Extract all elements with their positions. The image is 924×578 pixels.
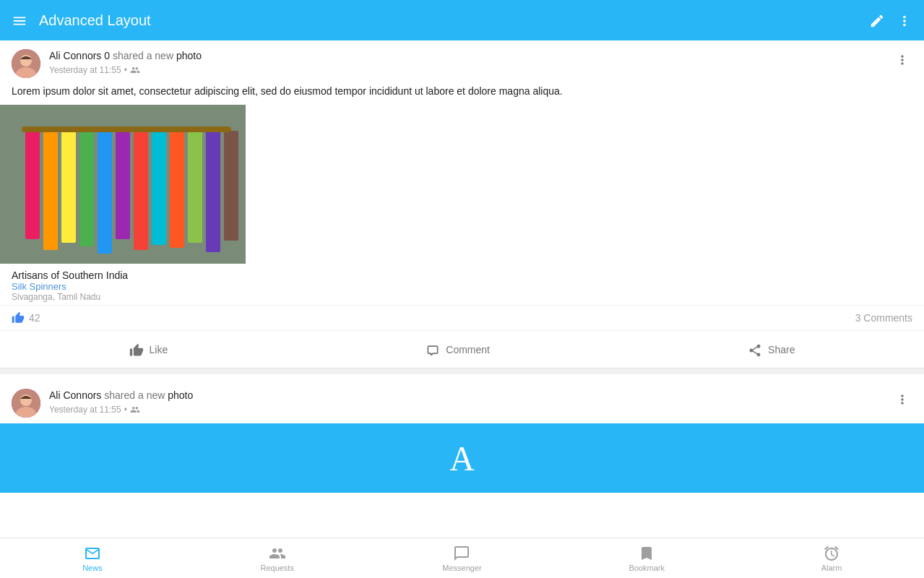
silk-strand-2 [43,131,58,250]
post-meta-1: Ali Connors 0 shared a new photo Yesterd… [49,49,892,75]
post-photo-link-2: photo [168,389,193,401]
likes-section: 42 [12,311,40,324]
post-header-2: Ali Connors shared a new photo Yesterday… [0,380,924,423]
avatar-1 [12,49,40,78]
comment-action-icon [426,341,440,358]
silk-image [0,105,246,264]
silk-strand-7 [134,131,148,250]
nav-label-requests: Requests [260,564,293,572]
app-bar-title: Advanced Layout [39,12,858,29]
silk-strand-12 [224,131,238,241]
silk-strand-3 [61,131,76,243]
post-action-2: shared a new [104,389,168,401]
post-meta-2: Ali Connors shared a new photo Yesterday… [49,389,892,415]
nav-label-bookmark: Bookmark [629,564,665,572]
silk-strand-10 [188,131,202,243]
comment-label: Comment [446,344,490,355]
post-photo-link-1: photo [176,50,202,61]
post-actions-1: Like Comment Share [0,330,924,368]
silk-strand-6 [116,131,130,239]
silk-strand-11 [206,131,220,252]
likes-count-text: 42 [29,312,40,324]
app-bar: Advanced Layout [0,0,924,40]
caption-location-1: Sivaganga, Tamil Nadu [12,292,912,302]
overflow-menu-icon[interactable] [897,11,912,30]
post-author-line-1: Ali Connors 0 shared a new photo [49,49,892,64]
silk-strand-8 [152,131,166,245]
nav-item-alarm[interactable]: Alarm [739,538,924,578]
share-label: Share [768,344,795,355]
avatar-image-2 [12,389,40,418]
silk-strand-9 [170,131,184,248]
caption-title-1: Artisans of Southern India [12,269,912,281]
silk-strand-5 [98,131,112,254]
post-action-1: shared a new [113,50,176,61]
post-card-2: Ali Connors shared a new photo Yesterday… [0,380,924,493]
bottom-nav: News Requests Messenger Bookmark Alarm [0,538,924,578]
silk-rod [22,126,231,132]
nav-label-messenger: Messenger [442,564,481,572]
like-icon [12,311,25,324]
news-icon [84,545,101,562]
like-label: Like [150,344,168,355]
comments-count: 3 Comments [855,312,912,324]
alarm-icon [823,545,840,562]
nav-item-messenger[interactable]: Messenger [370,538,555,578]
post-card-1: Ali Connors 0 shared a new photo Yesterd… [0,40,924,368]
post-caption-1: Artisans of Southern India Silk Spinners… [0,264,924,305]
post-header-1: Ali Connors 0 shared a new photo Yesterd… [0,40,924,84]
nav-item-requests[interactable]: Requests [185,538,370,578]
post-author-name-1: Ali Connors 0 [49,50,110,61]
post-more-btn-2[interactable] [892,389,912,410]
post-image-1[interactable] [0,105,924,264]
post-body-text-1: Lorem ipsum dolor sit amet, consectetur … [0,84,924,105]
post-blue-image[interactable]: A [0,423,924,493]
nav-label-alarm: Alarm [821,564,842,572]
avatar-2 [12,389,40,418]
comment-button[interactable]: Comment [411,334,504,365]
visibility-icon-1 [130,65,140,75]
like-button[interactable]: Like [115,334,183,365]
post-more-btn-1[interactable] [892,49,912,70]
share-button[interactable]: Share [733,334,809,365]
post-author-name-2: Ali Connors [49,389,101,401]
silk-strand-1 [25,131,40,239]
messenger-icon [453,545,470,562]
blue-image-letter: A [449,439,475,478]
post-timestamp-1: Yesterday at 11:55 • [49,65,892,75]
post-stats-1: 42 3 Comments [0,305,924,330]
avatar-image-1 [12,49,40,78]
caption-subtitle-1: Silk Spinners [12,281,912,292]
share-action-icon [748,341,762,358]
like-action-icon [129,341,144,358]
edit-icon[interactable] [869,11,885,30]
silk-strand-4 [79,131,94,246]
nav-item-bookmark[interactable]: Bookmark [554,538,739,578]
nav-label-news: News [82,564,103,572]
divider [0,368,924,374]
visibility-icon-2 [130,405,140,415]
bookmark-icon [638,545,655,562]
content-area: Ali Connors 0 shared a new photo Yesterd… [0,40,924,538]
requests-icon [269,545,286,562]
post-timestamp-2: Yesterday at 11:55 • [49,405,892,415]
nav-item-news[interactable]: News [0,538,185,578]
post-author-line-2: Ali Connors shared a new photo [49,389,892,403]
menu-icon[interactable] [12,12,27,29]
